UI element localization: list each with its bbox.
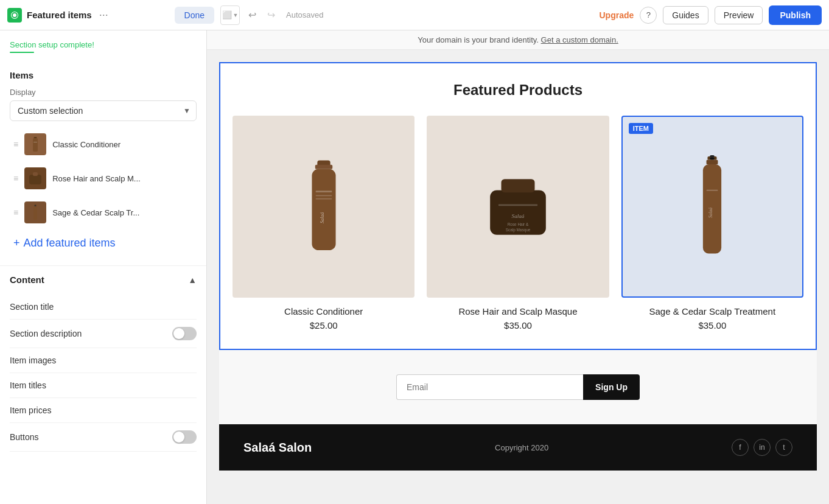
item-name: Rose Hair and Scalp M... (52, 174, 141, 183)
section-title-label: Section title (10, 302, 54, 312)
main-layout: Section setup complete! Items Display Cu… (0, 30, 829, 504)
footer-copyright: Copyright 2020 (495, 443, 548, 452)
item-titles-row: Item titles (10, 373, 197, 398)
svg-rect-13 (315, 195, 332, 196)
email-form: Sign Up (396, 374, 640, 400)
svg-point-0 (13, 13, 16, 17)
drag-handle-icon[interactable]: ≡ (13, 173, 18, 183)
svg-rect-10 (315, 164, 332, 169)
done-button[interactable]: Done (175, 7, 214, 24)
twitter-icon[interactable]: t (775, 439, 792, 456)
domain-bar-link[interactable]: Get a custom domain. (541, 35, 618, 44)
top-bar-left: Featured items ··· Done (7, 7, 214, 24)
site-footer: Salaá Salon Copyright 2020 f in t (219, 424, 817, 471)
product-card[interactable]: Salaá Rose Hair & Scalp Masque Rose Hair… (427, 116, 609, 331)
item-badge: ITEM (629, 123, 653, 134)
svg-rect-12 (315, 191, 332, 192)
buttons-label: Buttons (10, 432, 38, 442)
footer-social-links: f in t (732, 439, 792, 456)
section-description-toggle[interactable] (172, 327, 197, 340)
svg-point-7 (35, 205, 37, 206)
undo-button[interactable]: ↩ (246, 7, 259, 23)
autosaved-label: Autosaved (286, 10, 323, 19)
email-signup-section: Sign Up (219, 350, 817, 424)
left-panel: Section setup complete! Items Display Cu… (0, 30, 207, 504)
svg-rect-8 (33, 206, 37, 220)
items-panel: Items Display Custom selection All items… (0, 60, 206, 266)
preview-button[interactable]: Preview (715, 6, 763, 24)
product-price: $35.00 (698, 320, 726, 331)
svg-rect-27 (707, 189, 718, 191)
publish-button[interactable]: Publish (769, 5, 822, 25)
section-setup-status: Section setup complete! (0, 38, 206, 60)
product-name: Sage & Cedar Scalp Treatment (649, 306, 776, 317)
buttons-toggle[interactable] (172, 430, 197, 444)
item-images-row: Item images (10, 348, 197, 373)
drag-handle-icon[interactable]: ≡ (13, 139, 18, 149)
svg-text:Rose Hair &: Rose Hair & (508, 222, 529, 226)
svg-rect-17 (501, 179, 534, 192)
app-logo (7, 8, 22, 23)
item-list: ≡ Classic Conditioner ≡ (10, 128, 197, 228)
svg-rect-1 (34, 137, 37, 138)
svg-text:Salaá: Salaá (512, 213, 525, 219)
product-price: $25.00 (310, 320, 338, 331)
section-title-row: Section title (10, 295, 197, 320)
list-item[interactable]: ≡ Rose Hair and Scalp M... (10, 163, 197, 194)
help-button[interactable]: ? (640, 7, 657, 24)
more-options-icon[interactable]: ··· (99, 9, 108, 21)
section-setup-line (10, 52, 34, 53)
item-prices-row: Item prices (10, 398, 197, 423)
svg-rect-4 (29, 175, 41, 184)
section-description-row: Section description (10, 320, 197, 348)
item-thumbnail (24, 201, 46, 223)
email-input[interactable] (396, 374, 583, 400)
featured-title: Featured Products (233, 82, 803, 99)
items-title: Items (10, 70, 197, 80)
item-titles-label: Item titles (10, 380, 46, 390)
signup-button[interactable]: Sign Up (583, 374, 640, 400)
facebook-icon[interactable]: f (732, 439, 749, 456)
guides-button[interactable]: Guides (663, 6, 708, 24)
list-item[interactable]: ≡ Classic Conditioner (10, 128, 197, 160)
product-card[interactable]: ITEM Salaá (621, 116, 803, 331)
display-select[interactable]: Custom selection All items Featured (10, 100, 197, 121)
featured-products-section[interactable]: Featured Products (219, 62, 817, 350)
item-thumbnail (24, 133, 46, 155)
product-price: $35.00 (504, 320, 532, 331)
svg-rect-3 (33, 142, 37, 142)
section-description-label: Section description (10, 329, 82, 338)
svg-text:Salaá: Salaá (708, 207, 713, 217)
svg-rect-18 (498, 204, 537, 206)
plus-icon: + (13, 237, 20, 250)
top-bar: Featured items ··· Done ⬜▼ ↩ ↪ Autosaved… (0, 0, 829, 30)
add-items-label: Add featured items (24, 237, 116, 250)
product-image: ITEM Salaá (621, 116, 803, 298)
display-label: Display (10, 88, 197, 97)
item-name: Sage & Cedar Scalp Tr... (52, 208, 139, 217)
preview-canvas: Featured Products (219, 62, 817, 471)
item-prices-label: Item prices (10, 405, 51, 415)
content-header[interactable]: Content ▲ (10, 275, 197, 285)
redo-button[interactable]: ↪ (265, 7, 278, 23)
toolbar-center: ⬜▼ ↩ ↪ Autosaved (220, 5, 593, 25)
item-thumbnail (24, 167, 46, 189)
upgrade-button[interactable]: Upgrade (599, 10, 634, 20)
svg-rect-14 (315, 198, 332, 199)
svg-rect-5 (33, 172, 38, 176)
svg-rect-23 (710, 155, 715, 158)
add-featured-items-button[interactable]: + Add featured items (10, 231, 197, 256)
drag-handle-icon[interactable]: ≡ (13, 208, 18, 217)
product-name: Rose Hair and Scalp Masque (458, 306, 577, 317)
list-item[interactable]: ≡ Sage & Cedar Scalp Tr... (10, 197, 197, 228)
device-monitor-icon[interactable]: ⬜▼ (220, 5, 240, 25)
preview-area: Your domain is your brand identity. Get … (207, 30, 829, 504)
chevron-up-icon: ▲ (188, 275, 197, 285)
svg-rect-2 (33, 138, 38, 152)
preview-scroll[interactable]: Featured Products (207, 50, 829, 504)
product-card[interactable]: Salaá Classic Conditioner $25.00 (233, 116, 414, 331)
instagram-icon[interactable]: in (754, 439, 771, 456)
product-name: Classic Conditioner (284, 306, 363, 317)
svg-text:Salaá: Salaá (320, 212, 325, 223)
svg-rect-25 (707, 159, 718, 164)
